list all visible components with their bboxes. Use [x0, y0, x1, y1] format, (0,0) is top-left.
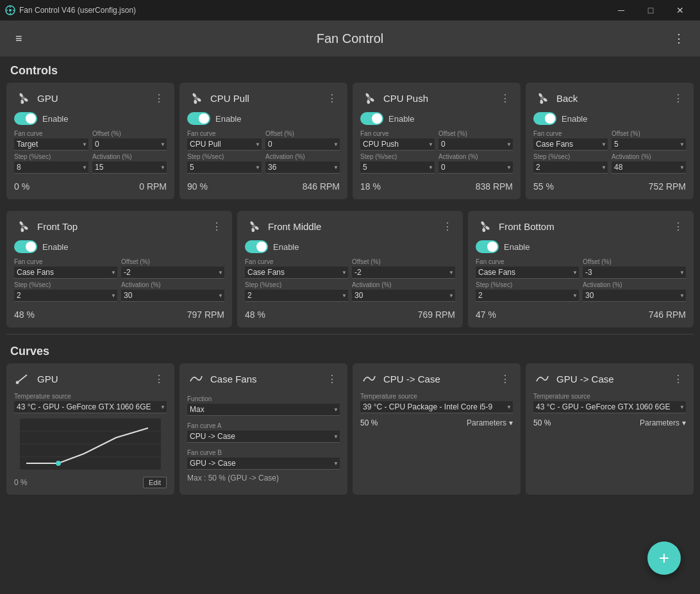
svg-point-32: [56, 461, 61, 466]
card-menu-button[interactable]: ⋮: [209, 219, 224, 234]
fan-curve-select[interactable]: Case Fans: [245, 267, 348, 279]
fan-curve-a-select-wrapper: CPU -> Case: [187, 431, 340, 443]
fan-curve-select[interactable]: 30: [121, 290, 224, 302]
enable-toggle[interactable]: [533, 112, 556, 125]
fan-curve-select[interactable]: 2: [14, 290, 117, 302]
select-wrapper: CPU Pull: [187, 138, 262, 151]
form-row-1: Fan curve Case Fans Offset (%) 5: [533, 130, 686, 151]
add-fab-button[interactable]: +: [647, 541, 681, 575]
fan-curve-group: Fan curve Case Fans: [245, 258, 348, 279]
fan-curve-select[interactable]: -3: [583, 267, 686, 279]
fan-curve-select[interactable]: Target: [14, 138, 88, 151]
fan-curve-select[interactable]: 48: [612, 161, 686, 174]
step-group: Step (%/sec) 5: [187, 153, 262, 174]
fan-curve-select[interactable]: Case Fans: [476, 267, 579, 279]
fan-curve-select[interactable]: 0: [92, 138, 167, 151]
form-row-2: Step (%/sec) 2 Activation (%) 30: [476, 281, 686, 302]
window-title: Fan Control V46 (userConfig.json): [19, 6, 606, 15]
activation-label: Activation (%): [583, 281, 686, 288]
rpm-value: 746 RPM: [649, 309, 686, 320]
fan-curve-select[interactable]: 8: [14, 161, 88, 174]
card-menu-button[interactable]: ⋮: [671, 219, 686, 234]
card-header: Front Top ⋮: [14, 217, 224, 235]
temp-source-label: Temperature source: [360, 393, 513, 400]
fan-curve-select[interactable]: 5: [187, 161, 262, 174]
enable-label: Enable: [215, 114, 241, 124]
fan-curve-select[interactable]: Case Fans: [533, 138, 608, 151]
enable-toggle[interactable]: [187, 112, 210, 125]
minimize-button[interactable]: ─: [606, 0, 636, 21]
fan-curve-select[interactable]: 0: [265, 138, 340, 151]
card-menu-button[interactable]: ⋮: [671, 91, 686, 106]
fan-curve-select[interactable]: CPU Pull: [187, 138, 262, 151]
fan-curve-select[interactable]: 15: [92, 161, 167, 174]
card-menu-button[interactable]: ⋮: [497, 91, 513, 106]
select-wrapper: 0: [92, 138, 167, 151]
enable-toggle[interactable]: [476, 240, 499, 253]
card-menu-button[interactable]: ⋮: [440, 219, 455, 234]
temp-source-select[interactable]: 39 °C - CPU Package - Intel Core i5-9: [360, 401, 513, 413]
parameters-button[interactable]: Parameters ▾: [640, 418, 686, 427]
svg-point-26: [484, 226, 485, 227]
temp-source-select[interactable]: 43 °C - GPU - GeForce GTX 1060 6GE: [533, 401, 686, 413]
card-menu-button[interactable]: ⋮: [671, 372, 686, 386]
curves-grid: GPU ⋮ Temperature source 43 °C - GPU - G…: [0, 363, 700, 501]
card-menu-button[interactable]: ⋮: [324, 91, 340, 106]
fan-curve-select[interactable]: -2: [121, 267, 224, 279]
fan-curve-group: Fan curve Target: [14, 130, 88, 151]
gpu-curve-card: GPU ⋮ Temperature source 43 °C - GPU - G…: [6, 363, 174, 495]
temp-source-group: Temperature source 43 °C - GPU - GeForce…: [14, 393, 167, 413]
select-wrapper: 48: [612, 161, 686, 174]
enable-toggle[interactable]: [14, 112, 37, 125]
step-group: Step (%/sec) 5: [360, 153, 435, 174]
fan-curve-select[interactable]: 30: [583, 290, 686, 302]
fan-curve-select[interactable]: 36: [265, 161, 340, 174]
fan-curve-b-select[interactable]: GPU -> Case: [187, 458, 340, 470]
card-menu-button[interactable]: ⋮: [497, 372, 513, 386]
enable-toggle[interactable]: [245, 240, 268, 253]
fan-curve-select[interactable]: 30: [352, 290, 455, 302]
temp-source-select[interactable]: 43 °C - GPU - GeForce GTX 1060 6GE: [14, 401, 167, 413]
temp-source-group: Temperature source 43 °C - GPU - GeForce…: [533, 393, 686, 413]
function-group: Function Max: [187, 393, 340, 416]
fan-curve-select[interactable]: 2: [245, 290, 348, 302]
fan-curve-select[interactable]: 0: [438, 138, 513, 151]
fan-curve-select[interactable]: 2: [476, 290, 579, 302]
fan-curve-select[interactable]: 5: [612, 138, 686, 151]
rpm-value: 0 RPM: [139, 181, 167, 192]
toggle-row: Enable: [14, 240, 224, 253]
fan-curve-select[interactable]: 5: [360, 161, 435, 174]
select-wrapper: -2: [352, 267, 455, 279]
card-title: CPU Push: [383, 93, 497, 104]
max-info: Max : 50 % (GPU -> Case): [187, 474, 340, 483]
maximize-button[interactable]: □: [636, 0, 665, 21]
fan-curve-select[interactable]: CPU Push: [360, 138, 435, 151]
card-header: CPU Push ⋮: [360, 89, 513, 107]
enable-toggle[interactable]: [360, 112, 383, 125]
hamburger-button[interactable]: ≡: [10, 27, 28, 51]
edit-button[interactable]: Edit: [143, 477, 167, 488]
fan-curve-a-select[interactable]: CPU -> Case: [187, 431, 340, 443]
offset-label: Offset (%): [265, 130, 340, 137]
fan-curve-select[interactable]: Case Fans: [14, 267, 117, 279]
card-header: CPU Pull ⋮: [187, 89, 340, 107]
fan-curve-select[interactable]: -2: [352, 267, 455, 279]
window-controls: ─ □ ✕: [606, 0, 695, 21]
fan-curve-label: Fan curve: [476, 258, 579, 265]
enable-toggle[interactable]: [14, 240, 37, 253]
card-title: Front Middle: [268, 221, 440, 232]
select-wrapper: Target: [14, 138, 88, 151]
card-menu-button[interactable]: ⋮: [324, 372, 340, 386]
temp-source-select-wrapper: 39 °C - CPU Package - Intel Core i5-9: [360, 401, 513, 413]
fan-curve-select[interactable]: 2: [533, 161, 608, 174]
card-menu-button[interactable]: ⋮: [151, 372, 167, 386]
parameters-button[interactable]: Parameters ▾: [467, 418, 513, 427]
function-select[interactable]: Max: [187, 404, 340, 416]
card-menu-button[interactable]: ⋮: [151, 91, 167, 106]
more-options-button[interactable]: ⋮: [668, 26, 690, 51]
close-button[interactable]: ✕: [665, 0, 695, 21]
fan-curve-select[interactable]: 0: [438, 161, 513, 174]
select-wrapper: 30: [121, 290, 224, 302]
activation-group: Activation (%) 30: [121, 281, 224, 302]
fan-curve-label: Fan curve: [14, 130, 88, 137]
